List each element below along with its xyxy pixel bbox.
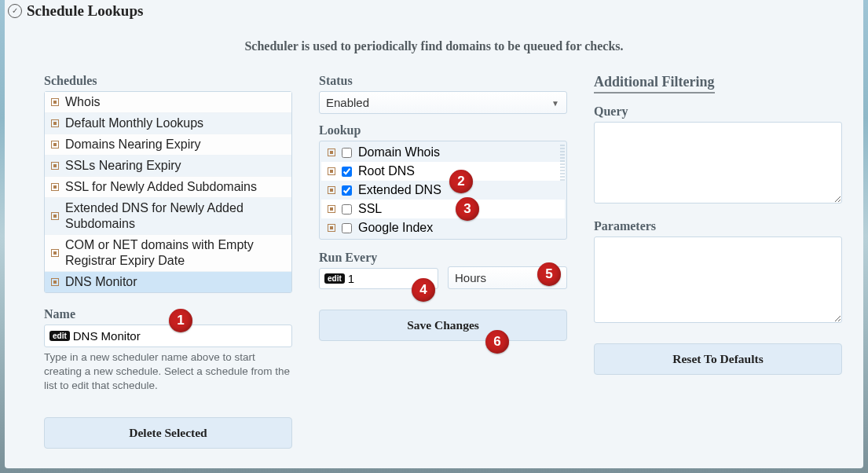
bullet-icon: [51, 98, 59, 106]
bullet-icon: [328, 148, 335, 156]
status-select[interactable]: [319, 91, 567, 114]
lookup-item-label: Extended DNS: [358, 183, 441, 197]
bullet-icon: [328, 224, 335, 232]
edit-badge: edit: [49, 331, 70, 341]
status-select-wrap[interactable]: [319, 91, 567, 114]
columns: Schedules WhoisDefault Monthly LookupsDo…: [5, 74, 863, 464]
edit-badge: edit: [324, 273, 345, 284]
schedule-item[interactable]: Default Monthly Lookups: [45, 113, 291, 134]
lookup-checkbox[interactable]: [342, 167, 352, 177]
lookup-item[interactable]: Root DNS: [321, 162, 565, 181]
bullet-icon: [51, 212, 59, 220]
column-config: Status Lookup Domain WhoisRoot DNSExtend…: [319, 74, 567, 449]
schedule-item[interactable]: Extended DNS for Newly Added Subdomains: [45, 198, 291, 235]
lookup-checkbox[interactable]: [342, 223, 352, 233]
bullet-icon: [51, 183, 59, 191]
lookup-checkbox[interactable]: [342, 185, 352, 196]
schedule-item-label: SSL for Newly Added Subdomains: [65, 179, 257, 195]
parameters-label: Parameters: [594, 219, 842, 233]
callout-4: 4: [412, 278, 435, 302]
save-changes-button[interactable]: Save Changes: [319, 310, 567, 341]
schedule-item[interactable]: SSL for Newly Added Subdomains: [45, 177, 291, 198]
name-helper-text: Type in a new scheduler name above to st…: [44, 350, 292, 394]
bullet-icon: [328, 167, 335, 175]
lookup-item-label: SSL: [358, 202, 382, 216]
name-input-wrap[interactable]: edit: [44, 324, 292, 347]
run-every-label: Run Every: [319, 251, 438, 265]
lookup-item[interactable]: Domain Whois: [321, 143, 565, 162]
schedule-item-label: Default Monthly Lookups: [65, 116, 203, 131]
additional-filtering-heading: Additional Filtering: [594, 74, 715, 94]
lookup-checkbox[interactable]: [342, 204, 352, 214]
query-textarea[interactable]: [594, 122, 842, 204]
bullet-icon: [51, 278, 59, 286]
lookup-item[interactable]: Extended DNS: [321, 181, 565, 200]
column-schedules: Schedules WhoisDefault Monthly LookupsDo…: [44, 74, 292, 449]
reset-to-defaults-button[interactable]: Reset To Defaults: [594, 343, 842, 375]
callout-1: 1: [169, 309, 192, 332]
panel-description: Scheduler is used to periodically find d…: [5, 22, 863, 74]
lookup-checkbox[interactable]: [342, 148, 352, 158]
schedule-item-label: Whois: [65, 94, 100, 110]
status-label: Status: [319, 74, 567, 88]
panel-header: ✓ Schedule Lookups: [5, 0, 863, 22]
lookup-item[interactable]: SSL: [321, 200, 565, 218]
lookup-item-label: Domain Whois: [358, 145, 440, 160]
schedule-item-label: COM or NET domains with Empty Registrar …: [65, 237, 285, 269]
delete-selected-button[interactable]: Delete Selected: [44, 417, 292, 449]
schedule-item[interactable]: SSLs Nearing Expiry: [45, 156, 291, 177]
schedule-item[interactable]: COM or NET domains with Empty Registrar …: [45, 235, 291, 272]
schedule-item-label: SSLs Nearing Expiry: [65, 158, 181, 174]
bullet-icon: [328, 186, 335, 194]
lookup-item-label: Root DNS: [358, 164, 415, 178]
parameters-textarea[interactable]: [594, 236, 842, 323]
callout-6: 6: [485, 330, 509, 354]
schedule-item-label: DNS Monitor: [65, 274, 137, 290]
bullet-icon: [51, 249, 59, 257]
callout-5: 5: [537, 262, 561, 286]
schedules-label: Schedules: [44, 74, 292, 88]
schedule-item-label: Extended DNS for Newly Added Subdomains: [65, 200, 285, 232]
callout-3: 3: [456, 197, 479, 221]
collapse-icon[interactable]: ✓: [8, 4, 22, 18]
query-label: Query: [594, 104, 842, 119]
schedules-list[interactable]: WhoisDefault Monthly LookupsDomains Near…: [44, 91, 292, 293]
name-label: Name: [44, 307, 292, 321]
schedule-item[interactable]: Whois: [45, 92, 291, 113]
run-every-row: Run Every edit: [319, 251, 567, 289]
callout-2: 2: [449, 170, 473, 193]
bullet-icon: [328, 205, 335, 213]
bullet-icon: [51, 141, 59, 148]
schedule-item-label: Domains Nearing Expiry: [65, 137, 201, 152]
panel-title: Schedule Lookups: [27, 2, 143, 20]
lookup-item[interactable]: Google Index: [321, 218, 565, 237]
schedule-item[interactable]: Domains Nearing Expiry: [45, 134, 291, 156]
bullet-icon: [51, 119, 59, 127]
schedule-item[interactable]: DNS Monitor: [45, 272, 291, 292]
schedule-lookups-panel: ✓ Schedule Lookups Scheduler is used to …: [5, 0, 863, 468]
lookup-item-label: Google Index: [358, 221, 433, 235]
bullet-icon: [51, 162, 59, 170]
column-filtering: Additional Filtering Query Parameters Re…: [594, 74, 842, 449]
lookup-list[interactable]: Domain WhoisRoot DNSExtended DNSSSLGoogl…: [319, 141, 567, 240]
lookup-label: Lookup: [319, 123, 567, 138]
